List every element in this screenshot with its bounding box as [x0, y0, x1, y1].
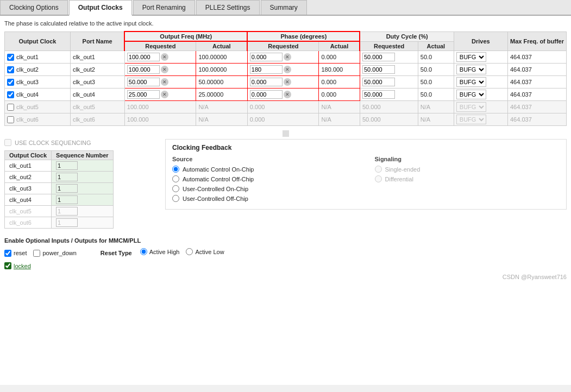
reset-radio[interactable] — [140, 248, 147, 255]
freq-requested-input[interactable] — [127, 78, 160, 86]
duty-actual-value: 50.0 — [421, 91, 432, 98]
drives-select[interactable]: BUFG — [456, 52, 486, 62]
phase-actual-value: 0.000 — [321, 54, 336, 60]
col-phase-actual: Actual — [319, 41, 360, 51]
duty-requested-cell: 50.000 — [360, 101, 418, 113]
drives-select[interactable]: BUFG — [456, 90, 486, 99]
freq-clear-btn[interactable]: ✕ — [161, 78, 168, 86]
locked-text[interactable]: locked — [14, 263, 31, 269]
row-output-clock-cell: clk_out5 — [5, 101, 71, 113]
enable-input-item[interactable]: power_down — [33, 250, 76, 257]
use-clock-seq-checkbox[interactable] — [4, 139, 11, 146]
tab-clocking-options[interactable]: Clocking Options — [0, 0, 68, 15]
source-radio[interactable] — [172, 175, 179, 182]
phase-requested-input[interactable] — [250, 65, 283, 74]
freq-actual-value: N/A — [198, 116, 208, 123]
duty-requested-cell[interactable] — [360, 88, 418, 101]
freq-requested-cell[interactable]: ✕ — [124, 76, 196, 88]
enable-input-item[interactable]: reset — [4, 250, 27, 257]
freq-requested-input[interactable] — [127, 53, 160, 61]
freq-requested-input[interactable] — [127, 90, 160, 99]
drives-select[interactable]: BUFG — [456, 77, 486, 87]
enable-checkbox[interactable] — [33, 250, 40, 257]
freq-requested-cell[interactable]: ✕ — [124, 64, 196, 76]
duty-requested-cell[interactable] — [360, 51, 418, 64]
freq-clear-btn[interactable]: ✕ — [161, 91, 168, 98]
phase-requested-input[interactable] — [250, 90, 283, 99]
duty-actual-value: N/A — [421, 104, 430, 110]
output-clock-name: clk_out2 — [16, 66, 39, 73]
phase-clear-btn[interactable]: ✕ — [284, 91, 291, 98]
clock-enable-checkbox[interactable] — [7, 66, 14, 73]
freq-clear-btn[interactable]: ✕ — [161, 53, 168, 61]
source-label-text: User-Controlled On-Chip — [183, 186, 248, 192]
clock-enable-checkbox[interactable] — [7, 79, 14, 86]
freq-requested-cell[interactable]: ✕ — [124, 88, 196, 101]
clock-enable-checkbox[interactable] — [7, 104, 14, 111]
duty-requested-input[interactable] — [362, 65, 395, 74]
freq-requested-input[interactable] — [127, 65, 160, 74]
reset-radio-item[interactable]: Active High — [140, 248, 180, 255]
reset-radio-item[interactable]: Active Low — [186, 248, 224, 255]
duty-requested-cell[interactable] — [360, 64, 418, 76]
clock-enable-checkbox[interactable] — [7, 91, 14, 98]
phase-requested-input[interactable] — [250, 78, 283, 86]
phase-clear-btn[interactable]: ✕ — [284, 66, 291, 73]
table-row: clk_out5 clk_out5 100.000 N/A 0.000 N/A … — [5, 101, 567, 113]
reset-radio[interactable] — [186, 248, 193, 255]
seq-input[interactable] — [56, 184, 78, 193]
locked-checkbox[interactable] — [4, 262, 11, 269]
seq-input[interactable] — [56, 161, 78, 170]
drives-cell[interactable]: BUFG — [454, 51, 507, 64]
freq-actual-cell: 50.00000 — [196, 76, 247, 88]
phase-clear-btn[interactable]: ✕ — [284, 78, 291, 86]
tab-plle2-settings[interactable]: PLLE2 Settings — [196, 0, 260, 15]
phase-clear-btn[interactable]: ✕ — [284, 53, 291, 61]
seq-number[interactable] — [52, 183, 114, 194]
duty-actual-value: 50.0 — [421, 79, 432, 85]
enable-section: Enable Optional Inputs / Outputs for MMC… — [4, 237, 567, 269]
tab-bar: Clocking Options Output Clocks Port Rena… — [0, 0, 571, 16]
drives-cell: BUFG — [454, 101, 507, 113]
duty-requested-cell[interactable] — [360, 76, 418, 88]
source-radio[interactable] — [172, 185, 179, 192]
phase-requested-cell[interactable]: ✕ — [247, 64, 319, 76]
enable-checkbox[interactable] — [4, 250, 11, 257]
max-freq-cell: 464.037 — [507, 64, 566, 76]
row-output-clock-cell: clk_out4 — [5, 88, 71, 101]
tab-summary[interactable]: Summary — [261, 0, 307, 15]
drives-cell[interactable]: BUFG — [454, 76, 507, 88]
locked-label[interactable]: locked — [4, 262, 567, 269]
clock-enable-checkbox[interactable] — [7, 54, 14, 61]
source-radio[interactable] — [172, 195, 179, 202]
scrollbar-indicator[interactable] — [283, 130, 289, 137]
duty-requested-input[interactable] — [362, 53, 395, 61]
duty-requested-input[interactable] — [362, 90, 395, 99]
clocking-feedback: Clocking Feedback Source Automatic Contr… — [165, 139, 567, 210]
drives-cell[interactable]: BUFG — [454, 64, 507, 76]
phase-requested-cell[interactable]: ✕ — [247, 76, 319, 88]
drives-select: BUFG — [456, 115, 486, 124]
col-phase: Phase (degrees) — [247, 31, 360, 41]
drives-select[interactable]: BUFG — [456, 65, 486, 74]
clock-enable-checkbox[interactable] — [7, 116, 14, 123]
drives-cell[interactable]: BUFG — [454, 88, 507, 101]
signaling-label-text: Single-ended — [385, 166, 421, 173]
duty-actual-cell: 50.0 — [418, 88, 454, 101]
seq-number[interactable] — [52, 194, 114, 206]
tab-output-clocks[interactable]: Output Clocks — [69, 0, 132, 16]
phase-requested-cell[interactable]: ✕ — [247, 88, 319, 101]
freq-requested-cell[interactable]: ✕ — [124, 51, 196, 64]
max-freq-cell: 464.037 — [507, 88, 566, 101]
seq-number[interactable] — [52, 172, 114, 183]
duty-requested-input[interactable] — [362, 78, 395, 86]
seq-input[interactable] — [56, 173, 78, 181]
port-name-cell: clk_out5 — [70, 101, 124, 113]
tab-port-renaming[interactable]: Port Renaming — [133, 0, 195, 15]
phase-requested-input[interactable] — [250, 53, 283, 61]
seq-number[interactable] — [52, 160, 114, 172]
freq-clear-btn[interactable]: ✕ — [161, 66, 168, 73]
source-radio[interactable] — [172, 166, 179, 173]
seq-input[interactable] — [56, 195, 78, 204]
phase-requested-cell[interactable]: ✕ — [247, 51, 319, 64]
